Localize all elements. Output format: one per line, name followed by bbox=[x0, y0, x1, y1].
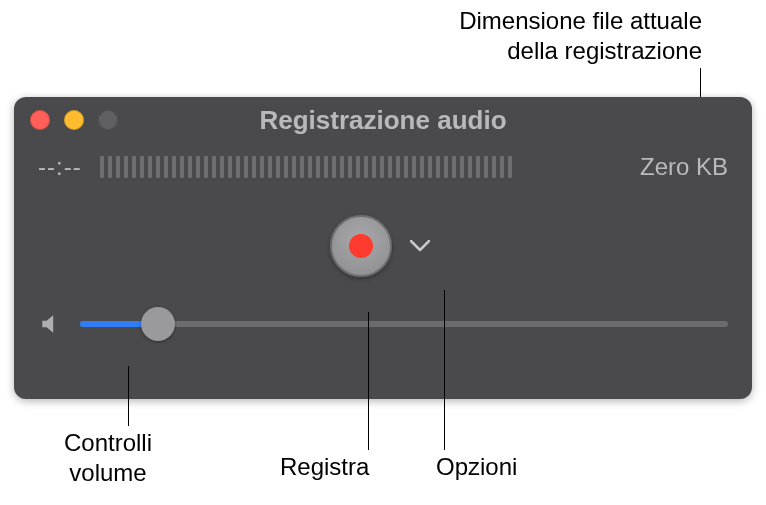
level-tick bbox=[460, 156, 464, 178]
level-tick bbox=[100, 156, 104, 178]
level-tick bbox=[204, 156, 208, 178]
level-tick bbox=[396, 156, 400, 178]
level-tick bbox=[436, 156, 440, 178]
level-tick bbox=[364, 156, 368, 178]
level-tick bbox=[372, 156, 376, 178]
level-tick bbox=[212, 156, 216, 178]
level-tick bbox=[236, 156, 240, 178]
callout-line bbox=[368, 312, 369, 450]
level-tick bbox=[180, 156, 184, 178]
level-tick bbox=[244, 156, 248, 178]
timecode: --:-- bbox=[38, 153, 82, 181]
level-tick bbox=[332, 156, 336, 178]
volume-row bbox=[14, 311, 752, 337]
volume-slider[interactable] bbox=[80, 321, 728, 327]
callout-volume: Controlli volume bbox=[64, 428, 152, 488]
level-tick bbox=[108, 156, 112, 178]
level-tick bbox=[116, 156, 120, 178]
level-tick bbox=[156, 156, 160, 178]
level-tick bbox=[420, 156, 424, 178]
callout-filesize-line2: della registrazione bbox=[507, 37, 702, 64]
level-tick bbox=[452, 156, 456, 178]
level-tick bbox=[404, 156, 408, 178]
speaker-low-icon bbox=[38, 311, 64, 337]
chevron-down-icon bbox=[410, 240, 430, 252]
level-tick bbox=[308, 156, 312, 178]
filesize-readout: Zero KB bbox=[640, 153, 728, 181]
callout-line bbox=[444, 290, 445, 450]
level-tick bbox=[188, 156, 192, 178]
titlebar: Registrazione audio bbox=[14, 97, 752, 143]
traffic-lights bbox=[30, 110, 118, 130]
level-tick bbox=[220, 156, 224, 178]
level-tick bbox=[228, 156, 232, 178]
window-title: Registrazione audio bbox=[14, 105, 752, 136]
level-tick bbox=[356, 156, 360, 178]
callout-volume-line2: volume bbox=[69, 459, 146, 486]
level-tick bbox=[348, 156, 352, 178]
level-meter bbox=[100, 156, 622, 178]
level-tick bbox=[508, 156, 512, 178]
callout-options-text: Opzioni bbox=[436, 453, 517, 480]
level-tick bbox=[132, 156, 136, 178]
zoom-button[interactable] bbox=[98, 110, 118, 130]
callout-volume-line1: Controlli bbox=[64, 429, 152, 456]
level-tick bbox=[124, 156, 128, 178]
callout-record-text: Registra bbox=[280, 453, 369, 480]
level-tick bbox=[268, 156, 272, 178]
controls-row bbox=[14, 211, 752, 281]
options-button[interactable] bbox=[404, 234, 436, 258]
level-tick bbox=[444, 156, 448, 178]
level-tick bbox=[428, 156, 432, 178]
level-tick bbox=[468, 156, 472, 178]
callout-options: Opzioni bbox=[436, 452, 517, 482]
record-icon bbox=[349, 234, 373, 258]
callout-record: Registra bbox=[280, 452, 369, 482]
level-tick bbox=[140, 156, 144, 178]
level-tick bbox=[484, 156, 488, 178]
level-tick bbox=[300, 156, 304, 178]
level-tick bbox=[388, 156, 392, 178]
level-tick bbox=[148, 156, 152, 178]
record-button[interactable] bbox=[330, 215, 392, 277]
level-tick bbox=[284, 156, 288, 178]
callout-filesize-line1: Dimensione file attuale bbox=[459, 7, 702, 34]
level-tick bbox=[292, 156, 296, 178]
level-tick bbox=[492, 156, 496, 178]
level-tick bbox=[380, 156, 384, 178]
level-tick bbox=[316, 156, 320, 178]
minimize-button[interactable] bbox=[64, 110, 84, 130]
level-tick bbox=[500, 156, 504, 178]
info-row: --:-- Zero KB bbox=[14, 143, 752, 181]
level-tick bbox=[412, 156, 416, 178]
level-tick bbox=[340, 156, 344, 178]
level-tick bbox=[172, 156, 176, 178]
volume-slider-thumb[interactable] bbox=[141, 307, 175, 341]
level-tick bbox=[276, 156, 280, 178]
level-tick bbox=[476, 156, 480, 178]
level-tick bbox=[252, 156, 256, 178]
callout-filesize: Dimensione file attuale della registrazi… bbox=[459, 6, 702, 66]
close-button[interactable] bbox=[30, 110, 50, 130]
level-tick bbox=[260, 156, 264, 178]
callout-line bbox=[128, 366, 129, 426]
level-tick bbox=[164, 156, 168, 178]
level-tick bbox=[324, 156, 328, 178]
level-tick bbox=[196, 156, 200, 178]
audio-recording-window: Registrazione audio --:-- Zero KB bbox=[14, 97, 752, 399]
